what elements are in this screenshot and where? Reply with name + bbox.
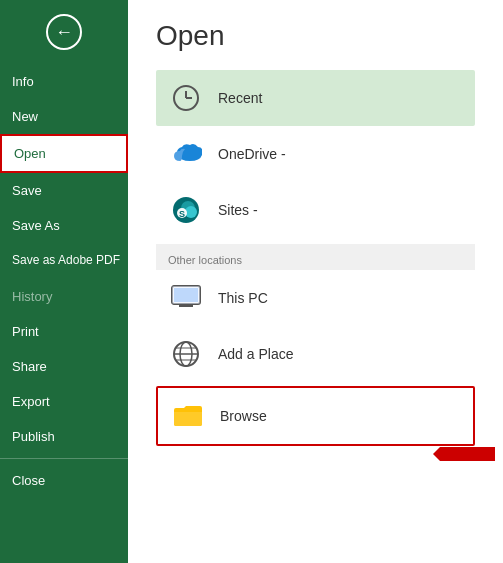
sidebar-item-info[interactable]: Info — [0, 64, 128, 99]
sidebar-item-share[interactable]: Share — [0, 349, 128, 384]
other-locations-header: Other locations — [156, 244, 475, 270]
sidebar-item-open[interactable]: Open — [0, 134, 128, 173]
svg-rect-12 — [174, 288, 198, 302]
sharepoint-icon: S — [168, 192, 204, 228]
main-content: Open Recent OneDrive - — [128, 0, 503, 563]
sidebar-item-close[interactable]: Close — [0, 463, 128, 498]
sidebar-item-print[interactable]: Print — [0, 314, 128, 349]
folder-icon — [170, 398, 206, 434]
open-sites-option[interactable]: S Sites - — [156, 182, 475, 238]
sidebar-item-history[interactable]: History — [0, 279, 128, 314]
browse-label: Browse — [220, 408, 267, 424]
sidebar-item-publish[interactable]: Publish — [0, 419, 128, 454]
sidebar-item-new[interactable]: New — [0, 99, 128, 134]
sidebar-item-save-as[interactable]: Save As — [0, 208, 128, 243]
svg-text:S: S — [179, 209, 185, 219]
back-button[interactable]: ← — [0, 0, 128, 64]
sidebar-item-save-as-pdf[interactable]: Save as Adobe PDF — [0, 243, 128, 279]
back-arrow-icon: ← — [55, 23, 73, 41]
sidebar-divider — [0, 458, 128, 459]
clock-icon — [168, 80, 204, 116]
open-this-pc-option[interactable]: This PC — [156, 270, 475, 326]
onedrive-icon — [168, 136, 204, 172]
onedrive-label: OneDrive - — [218, 146, 286, 162]
recent-label: Recent — [218, 90, 262, 106]
add-place-label: Add a Place — [218, 346, 294, 362]
globe-icon — [168, 336, 204, 372]
open-onedrive-option[interactable]: OneDrive - — [156, 126, 475, 182]
arrow-body — [440, 447, 495, 461]
open-add-place-option[interactable]: Add a Place — [156, 326, 475, 382]
sidebar-item-export[interactable]: Export — [0, 384, 128, 419]
sites-label: Sites - — [218, 202, 258, 218]
arrow-annotation — [440, 447, 495, 461]
sidebar-item-save[interactable]: Save — [0, 173, 128, 208]
page-title: Open — [156, 20, 475, 52]
open-recent-option[interactable]: Recent — [156, 70, 475, 126]
open-browse-option[interactable]: Browse — [156, 386, 475, 446]
sidebar: ← Info New Open Save Save As Save as Ado… — [0, 0, 128, 563]
computer-icon — [168, 280, 204, 316]
this-pc-label: This PC — [218, 290, 268, 306]
